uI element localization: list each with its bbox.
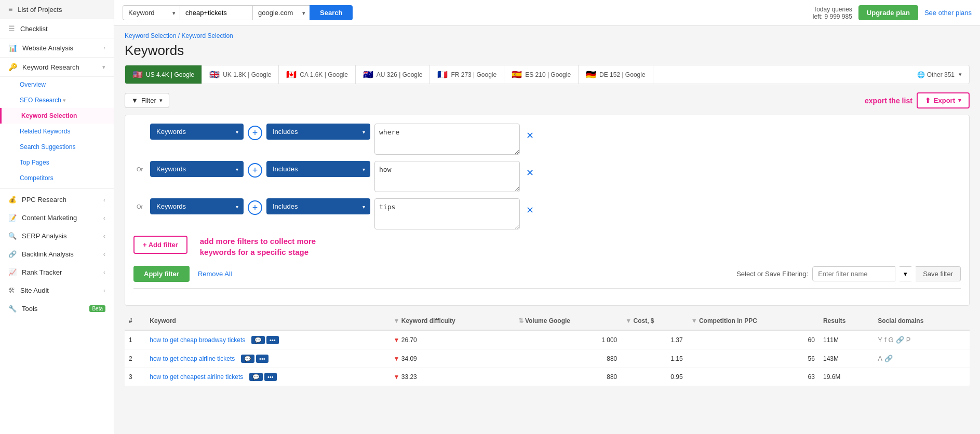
col-difficulty[interactable]: ▼ Keyword difficulty: [389, 312, 514, 330]
add-filter-button[interactable]: + Add filter: [133, 236, 187, 254]
sidebar-item-label: Tools: [22, 305, 37, 313]
more-icon[interactable]: •••: [264, 373, 277, 381]
sidebar-item-label: Content Marketing: [22, 214, 77, 222]
sidebar-item-site-audit[interactable]: 🛠 Site Audit ‹: [0, 281, 114, 300]
filter-label: Filter: [141, 97, 156, 104]
list-icon: ≡: [8, 5, 12, 13]
search-type-select[interactable]: Keyword: [123, 5, 180, 20]
sidebar-item-keyword-research[interactable]: 🔑 Keyword Research ▾: [0, 58, 114, 77]
sidebar-item-ppc-research[interactable]: 💰 PPC Research ‹: [0, 191, 114, 209]
country-tab-other[interactable]: 🌐 Other 351 ▾: [910, 67, 969, 83]
country-tab-fr[interactable]: 🇫🇷 FR 273 | Google: [430, 65, 504, 84]
add-condition-button-1[interactable]: +: [248, 126, 262, 140]
country-tab-es[interactable]: 🇪🇸 ES 210 | Google: [504, 65, 579, 84]
flag-de: 🇩🇪: [586, 70, 596, 79]
country-tab-label: ES 210 | Google: [525, 71, 571, 78]
chevron-down-icon: ▾: [102, 64, 105, 71]
more-icon[interactable]: •••: [266, 336, 279, 344]
sidebar-item-list-of-projects[interactable]: ≡ List of Projects: [0, 0, 114, 19]
link-icon: 🔗: [896, 336, 904, 344]
export-button[interactable]: ⬆ Export ▾: [917, 92, 970, 108]
filter-field-select-1[interactable]: Keywords: [150, 124, 244, 140]
cell-difficulty: ▼ 33.23: [389, 368, 514, 386]
more-icon[interactable]: •••: [256, 355, 269, 363]
sidebar-sub-related-keywords[interactable]: Related Keywords: [0, 124, 114, 139]
sidebar-sub-seo-research[interactable]: SEO Research ▾: [0, 92, 114, 108]
keyword-link[interactable]: how to get cheap airline tickets: [150, 355, 235, 362]
sidebar-sub-label: Competitors: [20, 174, 53, 182]
chat-icon[interactable]: 💬: [251, 336, 265, 344]
filter-field-wrap-2: Keywords ▾: [150, 161, 244, 177]
cell-cost: 0.95: [621, 368, 687, 386]
remove-all-button[interactable]: Remove All: [198, 270, 232, 278]
chat-icon[interactable]: 💬: [241, 355, 254, 363]
filter-button[interactable]: ▼ Filter ▾: [125, 93, 169, 108]
country-tab-de[interactable]: 🇩🇪 DE 152 | Google: [579, 65, 653, 84]
remove-filter-1[interactable]: ✕: [524, 126, 536, 145]
filter-condition-select-1[interactable]: Includes: [266, 124, 370, 140]
filter-field-wrap-3: Keywords ▾: [150, 198, 244, 214]
filter-condition-select-2[interactable]: Includes: [266, 161, 370, 177]
sidebar-sub-overview[interactable]: Overview: [0, 77, 114, 92]
sidebar-item-rank-tracker[interactable]: 📈 Rank Tracker ‹: [0, 263, 114, 281]
filter-value-1[interactable]: where: [374, 124, 520, 155]
sidebar-sub-keyword-selection[interactable]: Keyword Selection: [0, 108, 114, 124]
chevron-left-icon: ‹: [103, 250, 105, 258]
sidebar-item-label: Keyword Research: [22, 63, 79, 71]
keyword-link[interactable]: how to get cheapest airline tickets: [150, 373, 243, 381]
filter-value-3[interactable]: tips: [374, 198, 520, 229]
flag-fr: 🇫🇷: [437, 70, 448, 79]
sidebar-item-website-analysis[interactable]: 📊 Website Analysis ‹: [0, 38, 114, 58]
sidebar-sub-label: Top Pages: [20, 159, 49, 166]
col-volume[interactable]: ⇅ Volume Google: [514, 312, 622, 330]
country-tab-label: Other 351: [927, 71, 955, 78]
save-filter-dropdown[interactable]: ▾: [900, 266, 911, 281]
filter-field-select-2[interactable]: Keywords: [150, 161, 244, 177]
sidebar-item-tools[interactable]: 🔧 Tools Beta: [0, 300, 114, 318]
sidebar-item-label: Checklist: [20, 25, 48, 33]
upgrade-button[interactable]: Upgrade plan: [858, 5, 918, 20]
sidebar-sub-label: SEO Research: [20, 97, 61, 104]
content-icon: 📝: [8, 214, 17, 222]
see-plans-link[interactable]: See other plans: [924, 9, 972, 17]
col-cost[interactable]: ▼ Cost, $: [621, 312, 687, 330]
filter-condition-select-3[interactable]: Includes: [266, 198, 370, 214]
cell-cost: 1.15: [621, 349, 687, 368]
cell-num: 3: [125, 368, 145, 386]
search-button[interactable]: Search: [310, 5, 353, 20]
apply-filter-button[interactable]: Apply filter: [133, 266, 190, 282]
col-competition[interactable]: ▼ Competition in PPC: [687, 312, 819, 330]
sidebar-sub-competitors[interactable]: Competitors: [0, 170, 114, 186]
sidebar-item-backlink-analysis[interactable]: 🔗 Backlink Analysis ‹: [0, 245, 114, 263]
sidebar-item-checklist[interactable]: ☰ Checklist: [0, 19, 114, 38]
breadcrumb-part1[interactable]: Keyword Selection: [125, 32, 176, 39]
topbar: Keyword ▾ google.com ▾ Search Today quer…: [114, 0, 980, 26]
serp-icon: 🔍: [8, 232, 17, 240]
sidebar-sub-top-pages[interactable]: Top Pages: [0, 155, 114, 170]
breadcrumb-part2[interactable]: Keyword Selection: [181, 32, 233, 39]
diff-arrow: ▼: [393, 336, 399, 344]
key-icon: 🔑: [8, 63, 17, 71]
facebook-icon: f: [884, 336, 887, 344]
remove-filter-3[interactable]: ✕: [524, 200, 536, 220]
remove-filter-2[interactable]: ✕: [524, 163, 536, 183]
filter-field-select-3[interactable]: Keywords: [150, 198, 244, 214]
sidebar-item-label: PPC Research: [22, 196, 66, 204]
sidebar-sub-search-suggestions[interactable]: Search Suggestions: [0, 139, 114, 155]
save-filter-input[interactable]: [812, 266, 895, 281]
add-condition-button-2[interactable]: +: [248, 163, 262, 178]
sidebar-item-content-marketing[interactable]: 📝 Content Marketing ‹: [0, 209, 114, 227]
add-condition-button-3[interactable]: +: [248, 200, 262, 215]
country-tab-au[interactable]: 🇦🇺 AU 326 | Google: [356, 65, 431, 84]
domain-select[interactable]: google.com: [252, 5, 310, 20]
save-filter-button[interactable]: Save filter: [916, 266, 961, 281]
filter-value-2[interactable]: how: [374, 161, 520, 192]
sidebar-item-serp-analysis[interactable]: 🔍 SERP Analysis ‹: [0, 227, 114, 245]
country-tab-uk[interactable]: 🇬🇧 UK 1.8K | Google: [202, 65, 279, 84]
keyword-link[interactable]: how to get cheap broadway tickets: [150, 336, 245, 344]
cell-volume: 880: [514, 368, 622, 386]
chat-icon[interactable]: 💬: [249, 373, 263, 381]
search-input[interactable]: [180, 5, 252, 20]
country-tab-ca[interactable]: 🇨🇦 CA 1.6K | Google: [279, 65, 356, 84]
country-tab-us[interactable]: 🇺🇸 US 4.4K | Google: [125, 65, 202, 84]
